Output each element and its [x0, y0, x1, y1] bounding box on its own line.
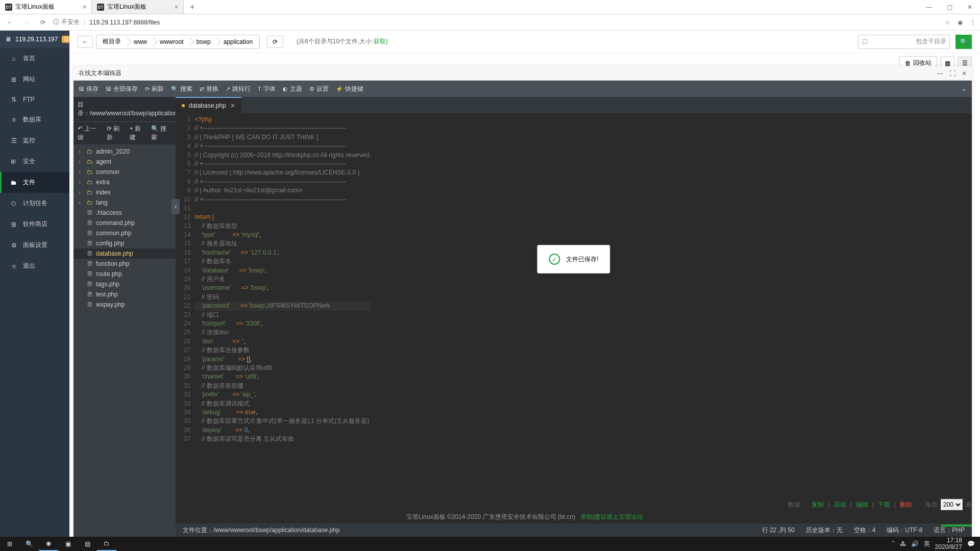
tree-folder[interactable]: ›🗀index [74, 187, 176, 197]
breadcrumb-segment[interactable]: wwwroot [154, 35, 190, 48]
tree-file[interactable]: 🖹tags.php [74, 279, 176, 289]
save-all-button[interactable]: 🖫 全部保存 [106, 85, 138, 93]
notification-icon[interactable]: 💬 [967, 540, 975, 547]
indent-status[interactable]: 空格：4 [854, 526, 876, 535]
delete-link[interactable]: 删除 [900, 500, 912, 509]
replace-button[interactable]: ⇄ 替换 [200, 85, 218, 93]
copy-link[interactable]: 复制 [812, 500, 824, 509]
theme-button[interactable]: ◐ 主题 [283, 85, 302, 93]
save-button[interactable]: 🖫 保存 [79, 85, 99, 93]
editor-tab[interactable]: database.php ✕ [176, 97, 241, 113]
app-icon[interactable]: ▣ [58, 537, 78, 551]
breadcrumb-segment[interactable]: 根目录 [96, 35, 128, 48]
sidebar-item-ftp[interactable]: ⇅FTP [0, 90, 69, 109]
refresh-button[interactable]: ⟳ [267, 36, 283, 48]
browser-titlebar: BT 宝塔Linux面板 × BT 宝塔Linux面板 × + — ▢ ✕ [0, 0, 980, 14]
compress-link[interactable]: 压缩 [834, 500, 846, 509]
goto-line-button[interactable]: ↗ 跳转行 [226, 85, 251, 93]
back-icon[interactable]: ← [4, 16, 16, 29]
up-level-button[interactable]: ↶ 上一级 [78, 124, 102, 142]
search-input[interactable] [858, 35, 950, 49]
history-status[interactable]: 历史版本：无 [806, 526, 843, 535]
forum-link[interactable]: 求助|建议请上宝塔论坛 [580, 513, 643, 520]
maximize-icon[interactable]: ⛶ [949, 70, 955, 77]
search-icon[interactable]: 🔍 [19, 537, 39, 551]
tree-file[interactable]: 🖹wxpay.php [74, 299, 176, 310]
browser-tab[interactable]: BT 宝塔Linux面板 × [0, 0, 92, 14]
ime-indicator[interactable]: 英 [924, 540, 930, 548]
font-button[interactable]: T 字体 [258, 85, 276, 93]
sidebar-item-logout[interactable]: ⎋退出 [0, 256, 69, 277]
tree-folder[interactable]: ›🗀admin_2020 [74, 146, 176, 157]
collapse-panel-icon[interactable]: ‹ [172, 199, 180, 214]
refresh-button[interactable]: ⟳ 刷新 [145, 85, 164, 93]
close-icon[interactable]: ✕ [960, 0, 980, 14]
breadcrumb-segment[interactable]: bswp [190, 35, 217, 48]
network-icon[interactable]: 🖧 [900, 540, 906, 547]
close-icon[interactable]: ✕ [230, 102, 235, 109]
security-indicator[interactable]: ⓘ 不安全 [53, 18, 80, 27]
browser-tab[interactable]: BT 宝塔Linux面板 × [92, 0, 184, 14]
reload-icon[interactable]: ⟳ [37, 16, 49, 29]
back-button[interactable]: ← [78, 36, 93, 48]
profile-icon[interactable]: ◉ [958, 19, 963, 26]
maximize-icon[interactable]: ▢ [939, 0, 960, 14]
shortcut-button[interactable]: ⚡ 快捷键 [336, 85, 363, 93]
sidebar-item-home[interactable]: ⌂首页 [0, 48, 69, 69]
sidebar-item-security[interactable]: ⛨安全 [0, 151, 69, 172]
clock[interactable]: 17:182020/8/27 [935, 537, 962, 550]
chrome-icon[interactable]: ◉ [39, 537, 58, 551]
chevron-down-icon[interactable]: ⌄ [962, 85, 967, 92]
tree-file[interactable]: 🖹route.php [74, 269, 176, 279]
search-button[interactable]: 🔍 [955, 35, 972, 49]
start-button[interactable]: ⊞ [0, 537, 19, 551]
download-link[interactable]: 下载 [878, 500, 890, 509]
app-icon[interactable]: ▤ [78, 537, 97, 551]
sidebar-item-monitor[interactable]: ☰监控 [0, 130, 69, 151]
get-size-link[interactable]: 获取) [374, 38, 388, 45]
tree-file[interactable]: 🖹test.php [74, 289, 176, 299]
url-text[interactable]: 119.29.113.197:8888/files [89, 19, 160, 26]
encoding-status[interactable]: 编码：UTF-8 [887, 526, 922, 535]
close-icon[interactable]: ✕ [962, 70, 967, 77]
edit-link[interactable]: 编辑 [856, 500, 868, 509]
new-tab-button[interactable]: + [184, 0, 201, 14]
minimize-icon[interactable]: — [919, 0, 939, 14]
sidebar-item-panel-settings[interactable]: ⚙面板设置 [0, 235, 69, 256]
sidebar-item-cron[interactable]: ⏲计划任务 [0, 193, 69, 214]
tree-folder[interactable]: ›🗀lang [74, 197, 176, 208]
tree-folder[interactable]: ›🗀extra [74, 177, 176, 187]
close-icon[interactable]: × [83, 4, 86, 11]
explorer-icon[interactable]: 🗀 [97, 537, 116, 551]
tree-file[interactable]: 🖹config.php [74, 238, 176, 248]
minimize-icon[interactable]: — [937, 70, 943, 77]
search-button[interactable]: 🔍 搜索 [171, 85, 192, 93]
tree-file[interactable]: 🖹.htaccess [74, 208, 176, 218]
tree-file[interactable]: 🖹database.php [74, 248, 176, 259]
language-status[interactable]: 语言：PHP [934, 526, 965, 535]
code-editor[interactable]: 1234567891011121314151617181920212223242… [176, 113, 972, 523]
breadcrumb-segment[interactable]: application [217, 35, 259, 48]
star-icon[interactable]: ☆ [945, 19, 950, 26]
menu-icon[interactable]: ⋮ [970, 19, 976, 26]
sidebar-item-files[interactable]: 🖿文件 [0, 172, 69, 193]
tree-file[interactable]: 🖹command.php [74, 218, 176, 228]
page-size-select[interactable]: 200 [941, 499, 963, 510]
sidebar-item-database[interactable]: ≡数据库 [0, 109, 69, 130]
refresh-tree-button[interactable]: ⟳ 刷新 [107, 124, 125, 142]
breadcrumb-segment[interactable]: www [128, 35, 154, 48]
volume-icon[interactable]: 🔊 [911, 540, 919, 547]
sidebar-item-store[interactable]: ⊞软件商店 [0, 214, 69, 235]
tree-folder[interactable]: ›🗀common [74, 167, 176, 177]
new-file-button[interactable]: + 新建 [130, 124, 146, 142]
tree-file[interactable]: 🖹function.php [74, 259, 176, 269]
search-tree-button[interactable]: 🔍 搜索 [151, 124, 172, 142]
sidebar-item-site[interactable]: ⊞网站 [0, 69, 69, 90]
tree-folder[interactable]: ›🗀agent [74, 157, 176, 167]
tray-chevron-icon[interactable]: ˄ [892, 540, 895, 547]
forward-icon[interactable]: → [20, 16, 33, 29]
settings-button[interactable]: ⚙ 设置 [309, 85, 329, 93]
tree-file[interactable]: 🖹common.php [74, 228, 176, 238]
editor-window: 在线文本编辑器 — ⛶ ✕ 🖫 保存 🖫 全部保存 ⟳ 刷新 🔍 搜索 ⇄ 替换… [74, 66, 972, 537]
close-icon[interactable]: × [175, 4, 178, 11]
